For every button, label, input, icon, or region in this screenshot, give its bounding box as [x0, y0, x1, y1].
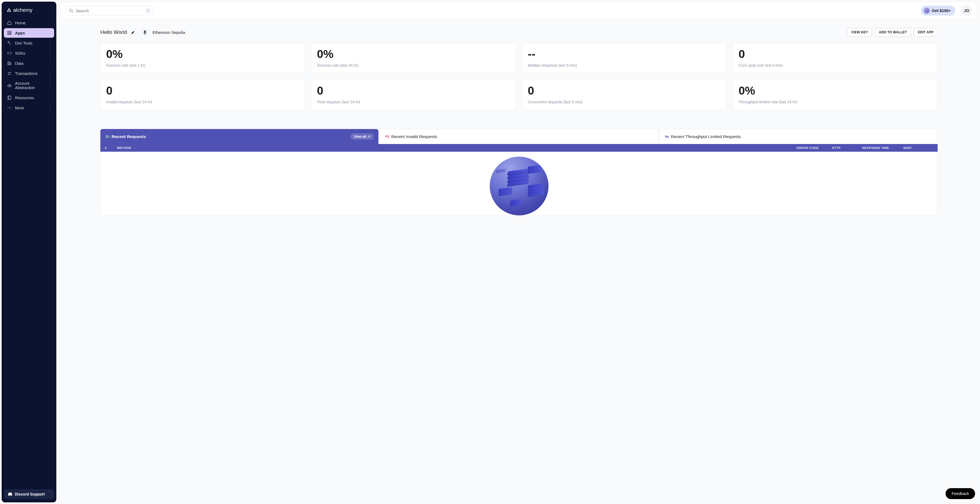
feedback-button[interactable]: Feedback [945, 488, 975, 499]
sidebar-item-data[interactable]: Data › [4, 59, 54, 68]
col-sent: SENT [903, 146, 933, 149]
rewards-button[interactable]: 👾 Get $100+ [921, 6, 955, 16]
home-icon [7, 21, 12, 25]
sidebar-item-apps[interactable]: Apps [4, 28, 54, 38]
stat-invalid-requests: 0 Invalid requests (last 24 hr) [100, 79, 305, 110]
tab-recent-requests[interactable]: Recent Requests View all ↗ [100, 129, 379, 144]
stat-throughput-limited: 0% Throughput limited rate (last 24 hr) [733, 79, 938, 110]
stat-label: Throughput limited rate (last 24 hr) [738, 100, 932, 104]
stat-median-response: -- Median response (last 5 min) [522, 43, 727, 73]
stat-value: 0% [106, 48, 299, 60]
invalid-requests-icon [385, 135, 390, 138]
chevron-right-icon: › [50, 72, 51, 75]
stat-label: Success rate (last 1 hr) [106, 63, 299, 67]
sidebar-item-label: Home [15, 21, 26, 25]
search-input-wrapper[interactable]: / [66, 6, 153, 15]
chevron-right-icon: › [50, 107, 51, 110]
search-input[interactable] [76, 8, 145, 13]
stat-cu-per-sec: 0 CU/s (avg over last 5 min) [733, 43, 938, 73]
stats-row-2: 0 Invalid requests (last 24 hr) 0 Total … [100, 79, 938, 110]
abstraction-icon [7, 83, 12, 88]
stats-row-1: 0% Success rate (last 1 hr) 0% Success r… [100, 43, 938, 73]
chevron-right-icon: › [50, 62, 51, 65]
svg-rect-1 [10, 31, 11, 33]
svg-point-12 [10, 107, 11, 108]
view-all-button[interactable]: View all ↗ [350, 134, 374, 140]
more-icon [7, 105, 12, 110]
alchemy-logo-icon [6, 8, 11, 13]
add-to-wallet-button[interactable]: ADD TO WALLET [875, 28, 911, 37]
user-initials: JO [964, 8, 969, 13]
sidebar-item-label: Dev Tools [15, 41, 32, 45]
discord-label: Discord Support [15, 492, 45, 496]
stat-label: Total requests (last 24 hr) [317, 100, 510, 104]
col-num: # [105, 146, 117, 149]
sidebar-item-label: More [15, 106, 24, 110]
edit-icon[interactable] [131, 30, 135, 35]
svg-rect-9 [8, 96, 11, 100]
view-all-label: View all [354, 135, 366, 138]
apps-icon [7, 30, 12, 35]
svg-point-11 [9, 107, 10, 108]
stat-value: 0 [106, 84, 299, 97]
sidebar-item-transactions[interactable]: Transactions › [4, 68, 54, 78]
requests-table-header: # METHOD ERROR CODE HTTP RESPONSE TIME S… [100, 144, 938, 152]
svg-rect-3 [10, 33, 11, 35]
col-error: ERROR CODE [797, 146, 832, 149]
tab-label: Recent Requests [111, 134, 146, 139]
wrench-icon [7, 41, 12, 45]
header-buttons: VIEW KEY ADD TO WALLET EDIT APP [847, 28, 938, 37]
logo[interactable]: alchemy [4, 5, 54, 18]
sidebar-item-account-abstraction[interactable]: Account Abstraction › [4, 79, 54, 92]
feedback-label: Feedback [951, 491, 969, 496]
stat-label: CU/s (avg over last 5 min) [738, 63, 932, 67]
slash-hint: / [145, 8, 150, 13]
app-title: Hello World [100, 29, 127, 35]
sidebar-item-label: Resources [15, 95, 34, 100]
svg-rect-5 [8, 62, 9, 65]
sidebar-item-home[interactable]: Home [4, 18, 54, 28]
user-avatar[interactable]: JO [961, 5, 972, 16]
tab-invalid-requests[interactable]: Recent Invalid Requests [380, 129, 658, 144]
brand-name: alchemy [13, 7, 33, 13]
col-http: HTTP [832, 146, 862, 149]
recent-requests-icon [105, 135, 110, 138]
stat-value: -- [528, 48, 721, 60]
edit-app-button[interactable]: EDIT APP [914, 28, 938, 37]
svg-rect-2 [8, 33, 9, 35]
throughput-icon [664, 135, 669, 138]
sidebar-item-more[interactable]: More › [4, 103, 54, 113]
tab-throughput-limited[interactable]: Recent Throughput Limited Requests [660, 129, 938, 144]
svg-rect-0 [8, 31, 9, 33]
sidebar-item-resources[interactable]: Resources [4, 93, 54, 102]
stat-total-requests: 0 Total requests (last 24 hr) [311, 79, 516, 110]
stat-label: Success rate (last 24 hr) [317, 63, 510, 67]
search-icon [69, 8, 73, 13]
empty-state [100, 152, 938, 216]
chevron-right-icon: › [50, 52, 51, 55]
nav: Home Apps Dev Tools › SDKs › Data › Tran… [4, 18, 54, 113]
request-tabs: Recent Requests View all ↗ Recent Invali… [100, 129, 938, 144]
svg-point-13 [70, 9, 72, 12]
view-key-button[interactable]: VIEW KEY [847, 28, 872, 37]
stat-value: 0 [528, 84, 721, 97]
svg-point-10 [8, 107, 8, 108]
code-icon [7, 51, 12, 56]
content: Hello World Ethereum Sepolia VIEW KEY AD… [61, 20, 977, 216]
sidebar-item-devtools[interactable]: Dev Tools › [4, 38, 54, 48]
svg-rect-6 [10, 63, 11, 65]
col-method: METHOD [117, 146, 797, 149]
sidebar-item-sdks[interactable]: SDKs › [4, 48, 54, 58]
sidebar-item-label: SDKs [15, 51, 25, 56]
stat-value: 0 [738, 48, 932, 60]
stat-label: Concurrent requests (last 5 min) [528, 100, 721, 104]
network-label: Ethereum Sepolia [153, 30, 185, 35]
discord-icon [8, 492, 13, 496]
topbar: / 👾 Get $100+ JO [61, 2, 977, 20]
sidebar-item-label: Account Abstraction [15, 81, 46, 90]
empty-state-illustration [490, 157, 549, 215]
resources-icon [7, 95, 12, 100]
discord-support-button[interactable]: Discord Support [4, 489, 54, 499]
stat-value: 0 [317, 84, 510, 97]
chevron-right-icon: › [50, 41, 51, 45]
